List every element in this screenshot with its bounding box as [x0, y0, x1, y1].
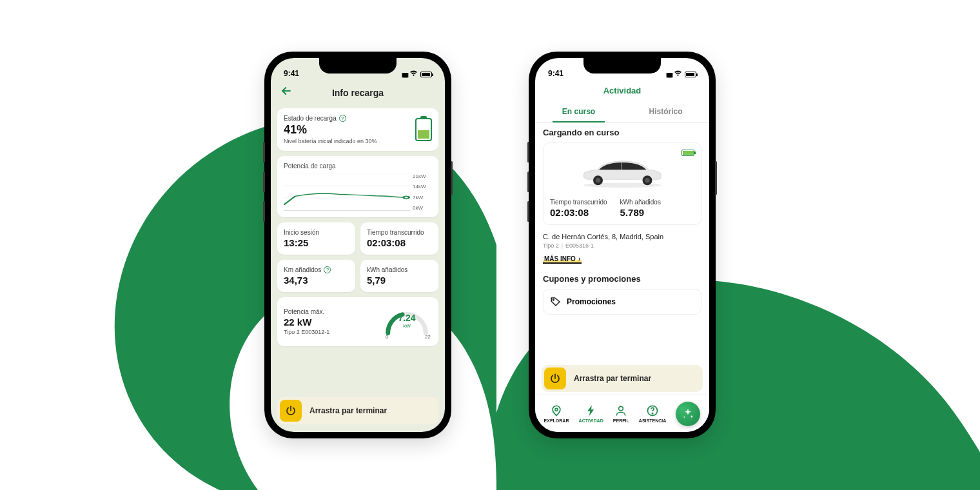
notch	[583, 58, 661, 74]
svg-point-11	[555, 408, 558, 411]
gauge-lo: 0	[386, 334, 388, 340]
charger-id: E005316-1	[565, 242, 594, 249]
battery-status-icon	[681, 150, 694, 156]
wifi-icon	[409, 70, 418, 78]
address: C. de Hernán Cortés, 8, Madrid, Spain	[543, 233, 701, 240]
user-icon	[614, 404, 627, 417]
state-label: Estado de recarga	[284, 115, 337, 122]
nav-explorar[interactable]: EXPLORAR	[544, 404, 569, 423]
bottom-nav: EXPLORAR ACTIVIDAD PERFIL ASISTENCIA	[535, 395, 709, 432]
fab-sparkle-button[interactable]	[676, 402, 700, 426]
location-block: C. de Hernán Cortés, 8, Madrid, Spain Ti…	[543, 233, 701, 264]
elapsed-value: 02:03:08	[367, 237, 432, 248]
page-title: Actividad	[603, 86, 642, 95]
charging-session-card[interactable]: Tiempo transcurrido 02:03:08 kWh añadido…	[543, 142, 701, 225]
nav-perfil[interactable]: PERFIL	[613, 404, 629, 423]
power-gauge: 7.24 kW 0 22	[382, 304, 432, 340]
help-icon	[646, 404, 659, 417]
svg-point-4	[405, 197, 408, 198]
state-value: 41%	[284, 123, 415, 137]
svg-point-7	[596, 178, 601, 183]
help-icon[interactable]: ?	[339, 115, 346, 122]
page-title: Info recarga	[332, 88, 384, 98]
bolt-icon	[585, 404, 598, 417]
coupons-title: Cupones y promociones	[543, 274, 701, 284]
coupon-label: Promociones	[567, 297, 616, 306]
back-button[interactable]	[280, 84, 293, 101]
status-icons	[402, 70, 432, 78]
kwh-value: 5,79	[367, 275, 432, 286]
nav-asistencia[interactable]: ASISTENCIA	[639, 404, 666, 423]
elapsed-label: Tiempo transcurrido	[367, 229, 432, 236]
svg-point-10	[553, 299, 554, 300]
gauge-hi: 22	[425, 334, 431, 340]
power-chart	[284, 173, 410, 211]
activity-tabs: En curso Histórico	[535, 101, 709, 122]
chart-y-ticks: 21kW 14kW 7kW 0kW	[410, 173, 432, 211]
slider-text: Arrastra par terminar	[566, 374, 700, 383]
pin-icon	[550, 404, 563, 417]
more-info-link[interactable]: MÁS INFO ›	[543, 255, 582, 264]
gauge-value: 7.24	[382, 313, 432, 323]
promotions-row[interactable]: Promociones	[543, 289, 701, 315]
kwh-label: kWh añadidos	[620, 199, 661, 206]
battery-icon	[420, 72, 432, 77]
svg-point-14	[652, 413, 652, 414]
chart-label: Potencia de carga	[284, 162, 336, 170]
tag-icon	[550, 296, 562, 308]
max-power-card: Potencia máx. 22 kW Tipo 2 E003012-1 7.2…	[277, 297, 438, 346]
tab-en-curso[interactable]: En curso	[535, 101, 622, 122]
status-icons	[666, 70, 696, 78]
status-time: 9:41	[548, 69, 564, 78]
signal-icon	[402, 70, 407, 78]
sparkle-icon	[681, 407, 694, 420]
phone-mockup-actividad: 9:41 Actividad En curso Histórico Cargan…	[529, 52, 716, 438]
chevron-right-icon: ›	[578, 255, 580, 262]
elapsed-card: Tiempo transcurrido 02:03:08	[360, 222, 438, 255]
max-power-value: 22 kW	[284, 317, 329, 328]
nav-actividad[interactable]: ACTIVIDAD	[579, 404, 603, 423]
battery-level-icon	[415, 118, 432, 141]
kwh-added-card: kWh añadidos 5,79	[360, 260, 438, 292]
stop-charge-slider[interactable]: Arrastra par terminar	[277, 397, 438, 424]
phone-mockup-info-recarga: 9:41 Info recarga Estado de	[264, 52, 451, 438]
km-label: Km añadidos	[284, 266, 321, 273]
power-icon	[280, 400, 302, 422]
notch	[319, 58, 397, 74]
gauge-unit: kW	[382, 323, 432, 329]
vehicle-image	[550, 150, 694, 195]
kwh-label: kWh añadidos	[367, 266, 432, 273]
help-icon[interactable]: ?	[324, 266, 331, 273]
tab-historico[interactable]: Histórico	[622, 101, 709, 122]
power-chart-card: Potencia de carga	[277, 156, 438, 217]
battery-icon	[685, 72, 696, 77]
power-icon	[544, 368, 566, 389]
connector-type: Tipo 2	[543, 242, 559, 249]
session-start-value: 13:25	[284, 237, 349, 248]
status-time: 9:41	[284, 69, 299, 78]
km-added-card: Km añadidos? 34,73	[277, 260, 355, 292]
session-start-label: Inicio sesión	[284, 229, 349, 236]
recharge-state-card: Estado de recarga? 41% Nivel batería ini…	[277, 108, 438, 151]
kwh-value: 5.789	[620, 207, 661, 218]
svg-point-9	[645, 178, 650, 183]
elapsed-value: 02:03:08	[550, 207, 607, 218]
section-title: Cargando en curso	[543, 128, 701, 137]
slider-text: Arrastra par terminar	[302, 406, 436, 415]
stop-charge-slider[interactable]: Arrastra par terminar	[542, 365, 703, 392]
signal-icon	[666, 70, 671, 78]
session-start-card: Inicio sesión 13:25	[277, 222, 355, 255]
svg-point-12	[619, 406, 623, 411]
max-power-label: Potencia máx.	[284, 308, 329, 315]
km-value: 34,73	[284, 275, 349, 286]
state-sub: Nivel batería inicial indicado en 30%	[284, 138, 415, 144]
elapsed-label: Tiempo transcurrido	[550, 199, 607, 206]
wifi-icon	[674, 70, 682, 78]
max-power-sub: Tipo 2 E003012-1	[284, 329, 329, 335]
